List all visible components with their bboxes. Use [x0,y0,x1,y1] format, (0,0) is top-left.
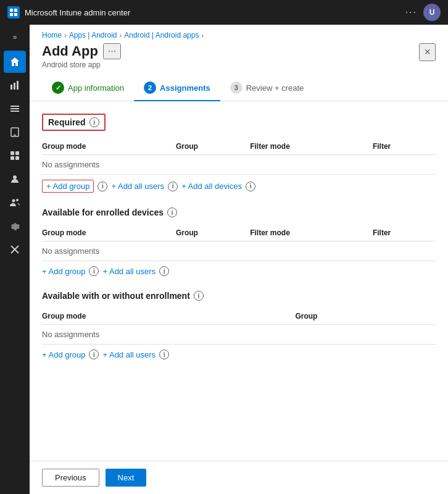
svg-rect-9 [10,111,19,112]
available-without-enrollment-section: Available with or without enrollment i G… [42,291,436,359]
enrolled-add-links: + Add group i + Add all users i [42,266,436,276]
titlebar-menu-icon[interactable]: ··· [405,7,417,18]
sidebar-icon-home[interactable] [4,51,26,73]
tab-review-create[interactable]: 3 Review + create [220,75,314,101]
required-add-all-devices-link[interactable]: + Add all devices [181,182,242,191]
intune-logo [7,6,20,19]
available-without-enrollment-title: Available with or without enrollment i [42,291,436,301]
svg-rect-4 [10,85,12,90]
no-enrollment-no-assignments-text: No assignments [42,325,436,345]
svg-rect-12 [10,151,14,155]
page-body: Required i Group mode Group Filter mode … [30,101,448,461]
svg-rect-6 [17,81,19,90]
no-enrollment-add-group-info[interactable]: i [89,350,99,359]
svg-rect-3 [14,13,17,16]
svg-rect-11 [14,135,16,136]
sidebar-collapse-btn[interactable]: » [4,27,26,47]
svg-rect-15 [15,156,19,160]
required-add-all-devices-info[interactable]: i [246,182,255,191]
sidebar: » [0,25,30,494]
without-enrollment-table: Group mode Group No assignments [42,308,436,345]
tab-app-information-badge: ✓ [52,82,64,94]
tab-review-create-badge: 3 [230,82,243,94]
required-no-assignments-text: No assignments [42,155,436,175]
svg-rect-7 [10,106,19,107]
enrolled-add-group-link[interactable]: + Add group [42,267,85,276]
page-subtitle: Android store app [42,61,121,69]
sidebar-icon-chart[interactable] [4,74,26,96]
sidebar-icon-x[interactable] [4,238,26,261]
sidebar-icon-grid[interactable] [4,144,26,167]
svg-rect-2 [10,13,13,16]
breadcrumb-android-apps[interactable]: Android | Android apps [124,31,199,40]
required-title-text: Required [48,117,86,127]
page-header: Add App ··· Android store app × [30,43,448,75]
available-enrolled-title-text: Available for enrolled devices [42,207,164,217]
tab-app-information-label: App information [68,83,124,93]
page-ellipsis-button[interactable]: ··· [103,43,121,59]
no-enrollment-add-all-users-link[interactable]: + Add all users [102,350,156,359]
required-no-assignments-row: No assignments [42,155,436,175]
tab-assignments-label: Assignments [160,83,210,93]
breadcrumb-home[interactable]: Home [42,31,62,40]
required-col-filter-mode: Filter mode [250,138,373,155]
required-add-all-users-link[interactable]: + Add all users [111,182,164,191]
required-add-all-users-info[interactable]: i [168,182,178,191]
sidebar-icon-person[interactable] [4,168,26,190]
close-button[interactable]: × [419,43,436,61]
user-avatar[interactable]: U [423,4,441,21]
breadcrumb-sep-2: › [120,31,122,39]
svg-point-17 [12,199,15,203]
breadcrumb: Home › Apps | Android › Android | Androi… [30,25,448,43]
svg-rect-8 [10,108,19,109]
available-enrolled-section: Available for enrolled devices i Group m… [42,207,436,276]
enrolled-col-filter-mode: Filter mode [250,225,373,241]
required-add-group-info[interactable]: i [97,182,107,191]
enrolled-add-group-info[interactable]: i [89,266,99,276]
no-enrollment-add-links: + Add group i + Add all users i [42,350,436,359]
previous-button[interactable]: Previous [42,469,99,487]
required-section: Required i Group mode Group Filter mode … [42,114,436,193]
required-add-group-link[interactable]: + Add group [42,180,94,193]
tab-review-create-label: Review + create [246,83,304,93]
required-col-group-mode: Group mode [42,138,176,155]
breadcrumb-sep-1: › [64,31,67,39]
required-col-group: Group [176,138,250,155]
svg-rect-1 [14,9,17,12]
no-enrollment-col-group-mode: Group mode [42,308,295,325]
required-col-filter: Filter [373,138,436,155]
required-info-icon[interactable]: i [89,117,99,127]
svg-point-18 [16,199,19,201]
tab-assignments[interactable]: 2 Assignments [134,75,220,101]
available-without-enrollment-title-text: Available with or without enrollment [42,291,190,301]
page-footer: Previous Next [30,461,448,494]
enrolled-add-all-users-link[interactable]: + Add all users [102,267,156,276]
enrolled-col-group-mode: Group mode [42,225,176,241]
available-without-enrollment-info-icon[interactable]: i [194,291,204,301]
sidebar-icon-list[interactable] [4,98,26,120]
sidebar-icon-settings[interactable] [4,215,26,237]
no-enrollment-add-all-users-info[interactable]: i [159,350,169,359]
sidebar-icon-people[interactable] [4,191,26,214]
page-title: Add App [42,43,98,59]
enrolled-col-filter: Filter [373,225,436,241]
breadcrumb-apps-android[interactable]: Apps | Android [69,31,117,40]
sidebar-icon-device[interactable] [4,121,26,143]
svg-rect-13 [15,151,19,155]
available-enrolled-info-icon[interactable]: i [167,207,177,217]
svg-rect-0 [10,9,13,12]
enrolled-add-all-users-info[interactable]: i [159,266,169,276]
title-bar: Microsoft Intune admin center ··· U [0,0,448,25]
required-section-title: Required i [42,114,106,131]
no-enrollment-no-assignments-row: No assignments [42,325,436,345]
required-table: Group mode Group Filter mode Filter No a… [42,138,436,175]
enrolled-no-assignments-row: No assignments [42,241,436,261]
tab-bar: ✓ App information 2 Assignments 3 Review… [30,75,448,101]
tab-app-information[interactable]: ✓ App information [42,75,134,101]
next-button[interactable]: Next [106,469,147,487]
no-enrollment-add-group-link[interactable]: + Add group [42,350,85,359]
available-enrolled-table: Group mode Group Filter mode Filter No a… [42,225,436,261]
no-enrollment-col-group: Group [295,308,436,325]
available-enrolled-title: Available for enrolled devices i [42,207,436,217]
breadcrumb-sep-3: › [201,31,204,39]
